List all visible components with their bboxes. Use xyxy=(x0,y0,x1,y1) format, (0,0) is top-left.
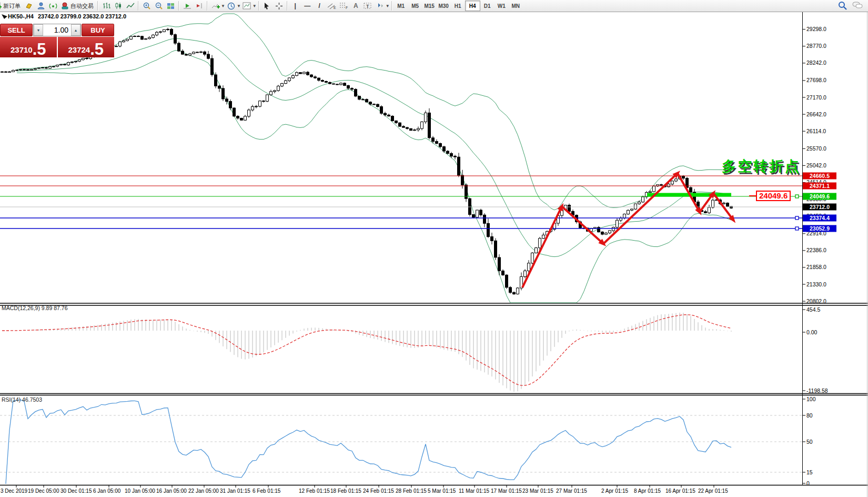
volume-decrease-button[interactable]: ▼ xyxy=(34,24,43,36)
bar-chart-icon[interactable] xyxy=(100,1,112,11)
sell-button[interactable]: SELL xyxy=(0,24,33,36)
time-axis-label: 16 Jan 05:00 xyxy=(156,488,187,494)
price-level-label[interactable]: 24660.5 xyxy=(803,173,836,180)
toolbar: 新订单 自动交易 ▼ ▼ ▼ | — / E F A T ▼ M1 M5 M15… xyxy=(0,0,868,12)
text-label-icon[interactable]: T xyxy=(362,1,374,11)
periods-icon[interactable] xyxy=(225,1,237,11)
time-axis-label: 22 Jan 05:00 xyxy=(188,488,219,494)
candle xyxy=(627,210,630,215)
candlestick-chart-icon[interactable] xyxy=(112,1,124,11)
autotrading-button[interactable]: 自动交易 xyxy=(59,1,96,11)
svg-text:T: T xyxy=(366,4,369,9)
crosshair-icon[interactable] xyxy=(273,1,285,11)
separator xyxy=(97,1,98,11)
candle xyxy=(332,83,335,85)
candle xyxy=(130,35,133,39)
svg-text:15: 15 xyxy=(806,469,813,475)
periods-caret-icon[interactable]: ▼ xyxy=(237,4,241,8)
time-axis-label: 28 Feb 01:15 xyxy=(396,488,427,494)
candle xyxy=(726,202,729,207)
sell-price-display[interactable]: 23710 .5 xyxy=(0,37,58,57)
svg-text:29298.0: 29298.0 xyxy=(806,26,826,32)
candle xyxy=(358,96,361,101)
svg-text:25042.0: 25042.0 xyxy=(806,162,826,168)
price-level-label[interactable]: 23712.0 xyxy=(803,204,836,211)
volume-increase-button[interactable]: ▲ xyxy=(71,24,80,36)
chart-shift-icon[interactable] xyxy=(193,1,205,11)
svg-text:100: 100 xyxy=(806,396,816,402)
candle xyxy=(690,186,692,193)
macd-indicator-label: MACD(12,26,9) 9.89 87.76 xyxy=(2,305,68,311)
separator xyxy=(258,1,259,11)
candle xyxy=(517,287,519,295)
time-axis-label: 6 Jan 05:00 xyxy=(93,488,121,494)
volume-value[interactable]: 1.00 xyxy=(43,24,71,36)
tab-timeframe-mn[interactable]: MN xyxy=(509,1,523,11)
zoom-in-icon[interactable] xyxy=(140,1,153,11)
text-icon[interactable]: A xyxy=(350,1,362,11)
time-axis-label: 11 Mar 01:15 xyxy=(459,488,490,494)
chat-icon[interactable] xyxy=(852,1,863,11)
line-chart-icon[interactable] xyxy=(124,1,136,11)
templates-caret-icon[interactable]: ▼ xyxy=(253,4,257,8)
tab-timeframe-m5[interactable]: M5 xyxy=(408,1,422,11)
candle xyxy=(277,85,280,92)
arrows-icon[interactable] xyxy=(374,1,386,11)
candle xyxy=(642,196,644,203)
trend-line-icon[interactable]: / xyxy=(314,1,326,11)
candle xyxy=(355,88,357,97)
tab-timeframe-h1[interactable]: H1 xyxy=(451,1,465,11)
svg-text:80: 80 xyxy=(806,412,813,419)
indicators-caret-icon[interactable]: ▼ xyxy=(221,4,225,8)
svg-text:23374.4: 23374.4 xyxy=(810,215,830,221)
turning-point-annotation[interactable]: 多空转折点 xyxy=(722,157,801,176)
time-axis-label: 6 Feb 01:15 xyxy=(253,488,281,494)
svg-text:454.5: 454.5 xyxy=(806,306,820,313)
tab-timeframe-m30[interactable]: M30 xyxy=(437,1,451,11)
accounts-icon[interactable] xyxy=(35,1,47,11)
chart-canvas[interactable]: 29298.028770.028242.027698.027170.026642… xyxy=(0,0,868,497)
svg-text:F: F xyxy=(346,6,348,9)
separator xyxy=(391,1,392,11)
equidistant-channel-icon[interactable]: E xyxy=(326,1,338,11)
tab-timeframe-m15[interactable]: M15 xyxy=(422,1,437,11)
candle xyxy=(399,122,401,126)
horizontal-line-icon[interactable]: — xyxy=(301,1,314,11)
price-flag-label[interactable]: 24049.6 xyxy=(756,191,791,201)
gold-icon[interactable] xyxy=(23,1,35,11)
templates-icon[interactable] xyxy=(241,1,253,11)
time-axis-label: 17 Mar 01:15 xyxy=(491,488,522,494)
search-icon[interactable] xyxy=(838,1,847,11)
tab-timeframe-w1[interactable]: W1 xyxy=(494,1,509,11)
new-order-button[interactable]: 新订单 xyxy=(0,1,23,11)
svg-text:21330.0: 21330.0 xyxy=(806,281,826,287)
time-axis-label: 2 Apr 01:15 xyxy=(601,488,629,494)
indicators-icon[interactable] xyxy=(209,1,221,11)
tab-timeframe-d1[interactable]: D1 xyxy=(480,1,494,11)
line-drag-handle xyxy=(795,227,799,230)
price-level-label[interactable]: 24371.1 xyxy=(803,183,836,190)
arrows-caret-icon[interactable]: ▼ xyxy=(386,4,390,8)
zoom-out-icon[interactable] xyxy=(153,1,165,11)
signal-icon[interactable] xyxy=(47,1,59,11)
fibonacci-icon[interactable]: F xyxy=(338,1,350,11)
candle xyxy=(299,72,302,74)
volume-stepper: ▼ 1.00 ▲ xyxy=(33,24,81,36)
tile-windows-icon[interactable] xyxy=(165,1,177,11)
sell-price-frac: .5 xyxy=(33,42,46,57)
buy-price-display[interactable]: 23724 .5 xyxy=(58,37,115,57)
time-axis-label: 16 Apr 01:15 xyxy=(665,488,695,494)
candle xyxy=(380,105,383,115)
cursor-icon[interactable] xyxy=(261,1,273,11)
sell-price-main: 23710 xyxy=(11,45,33,57)
buy-button[interactable]: BUY xyxy=(82,24,114,36)
time-axis-label: 23 Mar 01:15 xyxy=(522,488,553,494)
vertical-line-icon[interactable]: | xyxy=(289,1,301,11)
tab-timeframe-h4[interactable]: H4 xyxy=(465,1,480,11)
svg-text:27698.0: 27698.0 xyxy=(806,77,826,83)
candle xyxy=(60,64,63,66)
candle xyxy=(67,62,70,66)
tab-timeframe-m1[interactable]: M1 xyxy=(394,1,408,11)
svg-text:24049.6: 24049.6 xyxy=(810,193,830,200)
auto-scroll-icon[interactable] xyxy=(181,1,193,11)
